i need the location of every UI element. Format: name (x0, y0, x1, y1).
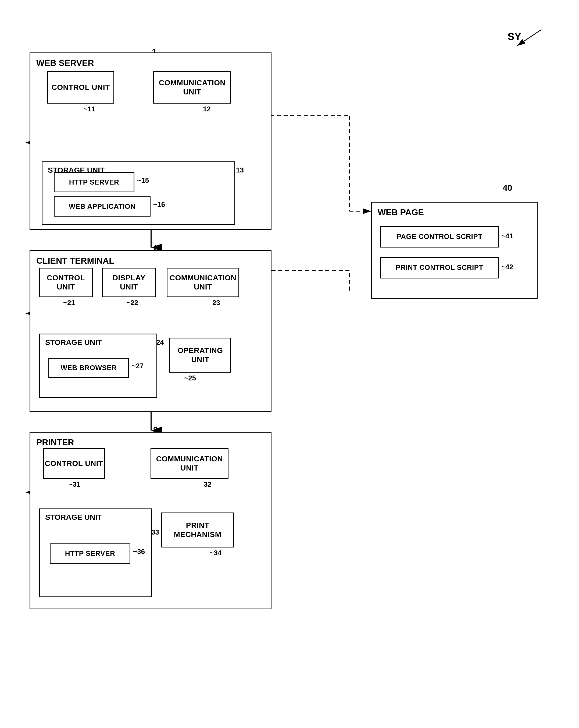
ct-operating-ref: ~25 (184, 374, 196, 382)
ct-web-browser: WEB BROWSER (48, 358, 129, 378)
printer-label: PRINTER (36, 438, 74, 447)
ws-control-unit: CONTROL UNIT (47, 71, 114, 104)
ws-comm-unit-ref: 12 (203, 105, 211, 113)
client-terminal-label: CLIENT TERMINAL (36, 256, 114, 266)
page-control-script: PAGE CONTROL SCRIPT (380, 226, 499, 248)
web-server-label: WEB SERVER (36, 58, 94, 68)
pr-control-unit: CONTROL UNIT (43, 448, 105, 479)
ct-control-ref: ~21 (63, 298, 75, 307)
web-page-box: WEB PAGE (371, 202, 537, 298)
ct-control-unit: CONTROL UNIT (39, 268, 93, 297)
diagram: SY 1 WEB SERVER CONTROL UNIT ~11 COMMUNI… (0, 0, 579, 728)
ws-storage-ref: 13 (236, 166, 244, 174)
pr-print-mechanism: PRINT MECHANISM (161, 513, 234, 547)
ct-display-unit: DISPLAY UNIT (102, 268, 156, 297)
ct-display-ref: ~22 (126, 298, 138, 307)
print-script-ref: ~42 (501, 263, 513, 271)
pr-storage-label: STORAGE UNIT (45, 513, 102, 522)
ct-operating-unit: OPERATING UNIT (169, 338, 231, 372)
ct-storage-label: STORAGE UNIT (45, 338, 102, 347)
ws-control-unit-ref: ~11 (83, 105, 95, 113)
web-page-label: WEB PAGE (378, 207, 424, 217)
svg-line-38 (517, 30, 541, 46)
pr-control-ref: ~31 (68, 480, 80, 489)
ws-communication-unit: COMMUNICATION UNIT (153, 71, 231, 104)
ws-web-application: WEB APPLICATION (54, 197, 150, 216)
pr-storage-ref: 33 (151, 528, 159, 537)
pr-http-ref: ~36 (133, 547, 145, 556)
ct-comm-unit: COMMUNICATION UNIT (167, 268, 239, 297)
pr-mechanism-ref: ~34 (210, 549, 221, 557)
ct-comm-ref: 23 (212, 298, 220, 307)
page-script-ref: ~41 (501, 232, 513, 240)
ws-http-ref: ~15 (137, 176, 149, 185)
ct-browser-ref: ~27 (132, 362, 143, 370)
ref-40: 40 (503, 183, 512, 193)
ws-http-server: HTTP SERVER (54, 172, 134, 192)
pr-comm-unit: COMMUNICATION UNIT (150, 448, 228, 479)
ws-webapp-ref: ~16 (153, 201, 165, 209)
pr-http-server: HTTP SERVER (50, 543, 130, 564)
pr-comm-ref: 32 (204, 480, 212, 489)
print-control-script: PRINT CONTROL SCRIPT (380, 257, 499, 279)
ct-storage-ref: 24 (156, 338, 164, 346)
